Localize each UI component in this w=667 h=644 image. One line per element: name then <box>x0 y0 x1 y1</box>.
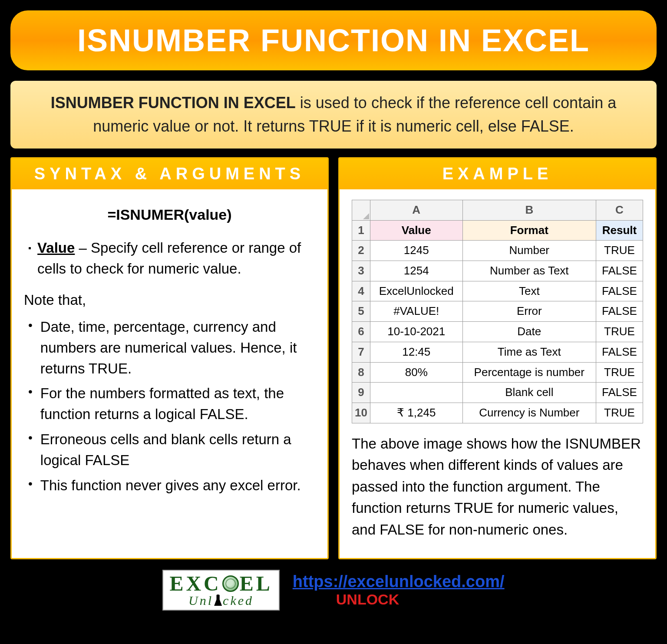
row-number: 1 <box>352 220 370 241</box>
logo-bottom: Unlcked <box>169 594 272 607</box>
note-item: For the numbers formatted as text, the f… <box>40 383 315 425</box>
row-number: 6 <box>352 322 370 342</box>
cell-result: FALSE <box>596 301 643 322</box>
bullet-icon: • <box>28 429 33 471</box>
col-header: C <box>596 200 643 221</box>
table-row: 6 10-10-2021 Date TRUE <box>352 322 643 342</box>
row-number: 5 <box>352 301 370 322</box>
table-row: 9 Blank cell FALSE <box>352 383 643 403</box>
sheet-corner <box>352 200 370 221</box>
logo: EXC EL Unlcked <box>162 570 279 611</box>
argument-description: – Specify cell reference or range of cel… <box>37 240 301 277</box>
footer: EXC EL Unlcked https://excelunlocked.com… <box>10 570 657 611</box>
table-row: 1 Value Format Result <box>352 220 643 241</box>
description-lead: ISNUMBER FUNCTION IN EXCEL <box>51 94 296 112</box>
cell-format: Error <box>462 301 596 322</box>
cell-format: Number as Text <box>462 261 596 281</box>
row-number: 9 <box>352 383 370 403</box>
note-item: This function never gives any excel erro… <box>40 475 301 496</box>
description-banner: ISNUMBER FUNCTION IN EXCEL is used to ch… <box>10 81 657 149</box>
cell-value: 1254 <box>370 261 462 281</box>
row-number: 7 <box>352 342 370 362</box>
table-col-header-row: A B C <box>352 200 643 221</box>
cell-value: ₹ 1,245 <box>370 403 462 423</box>
bullet-icon: • <box>28 317 33 379</box>
table-row: 3 1254 Number as Text FALSE <box>352 261 643 281</box>
site-link[interactable]: https://excelunlocked.com/ <box>293 572 505 591</box>
cell-value: 80% <box>370 362 462 383</box>
cell-format: Date <box>462 322 596 342</box>
cell-result: FALSE <box>596 342 643 362</box>
table-row: 7 12:45 Time as Text FALSE <box>352 342 643 362</box>
syntax-panel: SYNTAX & ARGUMENTS =ISNUMER(value) ▪ Val… <box>10 157 329 559</box>
header-format: Format <box>462 220 596 241</box>
argument-text: Value – Specify cell reference or range … <box>37 238 315 279</box>
cell-result: FALSE <box>596 383 643 403</box>
col-header: B <box>462 200 596 221</box>
syntax-formula: =ISNUMER(value) <box>24 204 315 225</box>
notes-list: •Date, time, percentage, currency and nu… <box>24 317 315 496</box>
example-table: A B C 1 Value Format Result 2 1245 Numbe… <box>352 200 643 423</box>
unlock-text: UNLOCK <box>336 591 505 608</box>
cell-format: Number <box>462 241 596 261</box>
cell-format: Percentage is number <box>462 362 596 383</box>
cell-value <box>370 383 462 403</box>
cell-format: Currency is Number <box>462 403 596 423</box>
cell-format: Time as Text <box>462 342 596 362</box>
logo-text: Unl <box>188 593 213 608</box>
cell-format: Text <box>462 281 596 301</box>
row-number: 4 <box>352 281 370 301</box>
table-row: 4 ExcelUnlocked Text FALSE <box>352 281 643 301</box>
cell-result: TRUE <box>596 241 643 261</box>
cell-value: 10-10-2021 <box>370 322 462 342</box>
logo-text: cked <box>223 593 254 608</box>
logo-text: EXC <box>169 573 221 594</box>
cell-result: TRUE <box>596 403 643 423</box>
row-number: 10 <box>352 403 370 423</box>
example-header: EXAMPLE <box>340 159 655 189</box>
bullet-icon: • <box>28 475 33 496</box>
example-caption: The above image shows how the ISNUMBER b… <box>352 433 643 541</box>
cell-value: ExcelUnlocked <box>370 281 462 301</box>
globe-icon <box>222 575 239 592</box>
square-bullet-icon: ▪ <box>28 242 31 254</box>
table-row: 10 ₹ 1,245 Currency is Number TRUE <box>352 403 643 423</box>
keyhole-icon <box>214 594 222 606</box>
col-header: A <box>370 200 462 221</box>
logo-top: EXC EL <box>169 573 272 594</box>
table-row: 5 #VALUE! Error FALSE <box>352 301 643 322</box>
cell-result: FALSE <box>596 281 643 301</box>
notes-heading: Note that, <box>24 290 315 310</box>
syntax-header: SYNTAX & ARGUMENTS <box>12 159 327 189</box>
table-row: 8 80% Percentage is number TRUE <box>352 362 643 383</box>
bullet-icon: • <box>28 383 33 425</box>
note-item: Date, time, percentage, currency and num… <box>40 317 315 379</box>
row-number: 2 <box>352 241 370 261</box>
header-value: Value <box>370 220 462 241</box>
page-title: ISNUMBER FUNCTION IN EXCEL <box>10 10 657 70</box>
note-item: Erroneous cells and blank cells return a… <box>40 429 315 471</box>
row-number: 8 <box>352 362 370 383</box>
cell-value: 1245 <box>370 241 462 261</box>
cell-value: 12:45 <box>370 342 462 362</box>
argument-label: Value <box>37 240 75 256</box>
cell-result: FALSE <box>596 261 643 281</box>
row-number: 3 <box>352 261 370 281</box>
logo-text: EL <box>240 573 273 594</box>
cell-result: TRUE <box>596 322 643 342</box>
cell-value: #VALUE! <box>370 301 462 322</box>
table-row: 2 1245 Number TRUE <box>352 241 643 261</box>
example-panel: EXAMPLE A B C 1 Value Format Result 2 12… <box>338 157 657 559</box>
cell-result: TRUE <box>596 362 643 383</box>
header-result: Result <box>596 220 643 241</box>
cell-format: Blank cell <box>462 383 596 403</box>
